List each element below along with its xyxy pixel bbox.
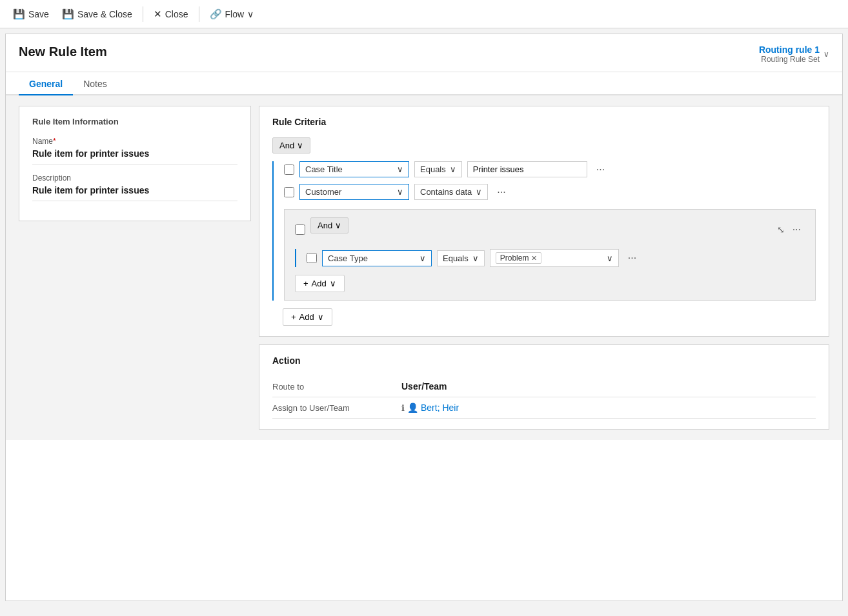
tab-notes-label: Notes (83, 79, 107, 89)
left-panel: Rule Item Information Name* Rule item fo… (19, 106, 251, 221)
nested-add-button[interactable]: + Add ∨ (295, 275, 345, 292)
toolbar: 💾 Save 💾 Save & Close ✕ Close 🔗 Flow ∨ (0, 0, 848, 28)
routing-rule-info: Routing rule 1 Routing Rule Set (759, 45, 820, 64)
outer-add-button[interactable]: + Add ∨ (283, 308, 332, 326)
nested-group-more-button[interactable]: ··· (789, 223, 805, 237)
nested-add-chevron-icon: ∨ (330, 279, 336, 288)
contains-data-chevron-icon: ∨ (476, 187, 482, 197)
nested-and-chevron-icon: ∨ (335, 221, 341, 230)
flow-button[interactable]: 🔗 Flow ∨ (205, 6, 259, 23)
name-required: * (53, 137, 56, 146)
equals-chevron-icon-1: ∨ (450, 164, 456, 174)
tab-general-label: General (29, 79, 63, 89)
customer-chevron-icon: ∨ (397, 187, 403, 197)
row-2-more-button[interactable]: ··· (493, 185, 509, 199)
problem-tag: Problem ✕ (496, 252, 542, 264)
flow-label: Flow (225, 9, 245, 19)
collapse-icon[interactable]: ⤡ (777, 224, 785, 235)
close-icon: ✕ (154, 8, 162, 20)
nested-group: And ∨ ⤡ ··· (284, 209, 816, 301)
case-type-equals-chevron-icon: ∨ (472, 253, 479, 263)
assign-label: Assign to User/Team (272, 403, 401, 413)
page-title: New Rule Item (19, 45, 107, 59)
criteria-row-2: Customer ∨ Contains data ∨ ··· (284, 184, 816, 200)
action-box: Action Route to User/Team Assign to User… (259, 344, 829, 430)
contains-data-label: Contains data (420, 187, 472, 197)
nested-row-checkbox[interactable] (307, 253, 317, 263)
multi-select-chevron-icon: ∨ (607, 253, 613, 263)
criteria-row-1-checkbox[interactable] (284, 164, 294, 175)
nested-row-more-button[interactable]: ··· (624, 251, 640, 265)
save-close-icon: 💾 (62, 8, 74, 20)
routing-rule-chevron-icon[interactable]: ∨ (823, 50, 829, 59)
row-1-more-button[interactable]: ··· (592, 163, 609, 177)
rule-criteria-title: Rule Criteria (272, 117, 816, 127)
case-type-operator-select[interactable]: Equals ∨ (437, 250, 485, 266)
case-type-chevron-icon: ∨ (419, 253, 426, 263)
route-to-value: User/Team (401, 381, 447, 392)
outer-add-label: Add (299, 312, 314, 322)
flow-chevron-icon: ∨ (247, 9, 254, 19)
assign-row: Assign to User/Team ℹ 👤 Bert; Heir (272, 397, 816, 419)
nested-group-header: And ∨ ⤡ ··· (295, 217, 805, 241)
description-label: Description (32, 174, 237, 183)
problem-tag-close-icon[interactable]: ✕ (531, 254, 537, 263)
close-button[interactable]: ✕ Close (148, 6, 194, 23)
nested-group-right: ⤡ ··· (777, 223, 805, 237)
save-label: Save (28, 9, 49, 19)
info-icon: ℹ (401, 403, 405, 413)
nested-criteria-row: Case Type ∨ Equals ∨ Problem (307, 249, 805, 267)
description-value: Rule item for printer issues (32, 185, 237, 201)
case-title-chevron-icon: ∨ (397, 164, 403, 174)
tabs: General Notes (6, 72, 842, 95)
nested-and-button[interactable]: And ∨ (310, 217, 348, 233)
page-header: New Rule Item Routing rule 1 Routing Rul… (6, 34, 842, 72)
case-title-select[interactable]: Case Title ∨ (299, 161, 409, 177)
save-button[interactable]: 💾 Save (8, 6, 54, 23)
routing-rule-link[interactable]: Routing rule 1 (759, 45, 820, 55)
contains-data-select[interactable]: Contains data ∨ (414, 184, 488, 200)
problem-tag-label: Problem (500, 253, 529, 263)
assign-value-link[interactable]: Bert; Heir (421, 402, 459, 413)
and-label: And (279, 141, 294, 150)
outer-add-chevron-icon: ∨ (318, 312, 324, 322)
criteria-row-2-checkbox[interactable] (284, 187, 294, 197)
separator (143, 6, 143, 22)
routing-rule-sub: Routing Rule Set (759, 55, 820, 64)
outer-add-plus-icon: + (291, 312, 296, 322)
tab-general[interactable]: General (19, 72, 73, 95)
equals-label-1: Equals (420, 164, 446, 174)
criteria-rows: Case Title ∨ Equals ∨ ··· (272, 161, 816, 301)
nested-group-left: And ∨ (295, 217, 348, 241)
content-layout: Rule Item Information Name* Rule item fo… (6, 95, 842, 440)
case-type-value-select[interactable]: Problem ✕ ∨ (490, 249, 619, 267)
save-close-button[interactable]: 💾 Save & Close (57, 6, 137, 23)
route-to-label: Route to (272, 382, 401, 392)
main-area: New Rule Item Routing rule 1 Routing Rul… (5, 34, 843, 601)
customer-select[interactable]: Customer ∨ (299, 184, 409, 200)
and-button[interactable]: And ∨ (272, 137, 310, 154)
save-close-label: Save & Close (77, 9, 132, 19)
route-to-row: Route to User/Team (272, 376, 816, 397)
case-type-select[interactable]: Case Type ∨ (322, 250, 432, 266)
right-panel: Rule Criteria And ∨ Case Title ∨ (259, 106, 829, 430)
user-icon: 👤 (407, 402, 418, 413)
and-chevron-icon: ∨ (297, 141, 303, 150)
customer-label: Customer (305, 187, 341, 197)
save-icon: 💾 (13, 8, 25, 20)
action-title: Action (272, 355, 816, 366)
case-type-label: Case Type (328, 253, 368, 263)
equals-select-1[interactable]: Equals ∨ (414, 161, 462, 177)
nested-add-plus-icon: + (303, 279, 308, 288)
name-value: Rule item for printer issues (32, 148, 237, 164)
criteria-row-1: Case Title ∨ Equals ∨ ··· (284, 161, 816, 177)
nested-rows: Case Type ∨ Equals ∨ Problem (295, 249, 805, 267)
case-title-label: Case Title (305, 164, 343, 174)
rule-criteria-box: Rule Criteria And ∨ Case Title ∨ (259, 106, 829, 337)
tab-notes[interactable]: Notes (73, 72, 117, 95)
name-label: Name* (32, 137, 237, 146)
routing-rule-area: Routing rule 1 Routing Rule Set ∨ (759, 45, 829, 64)
case-title-value-input[interactable] (467, 161, 587, 177)
panel-title: Rule Item Information (32, 117, 237, 126)
nested-group-checkbox[interactable] (295, 224, 305, 235)
